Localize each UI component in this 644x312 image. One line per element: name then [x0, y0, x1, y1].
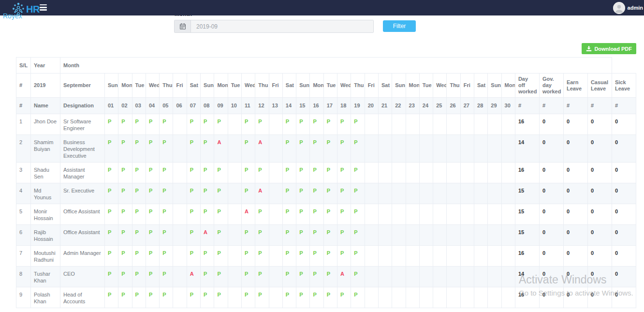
attendance-cell: [228, 287, 241, 308]
day-name-header: Wed: [146, 74, 159, 98]
day-name-header: Sat: [378, 74, 392, 98]
employee-row: 2Shamim BuiyanBusiness Development Execu…: [16, 135, 636, 163]
header-year: Year: [31, 58, 60, 74]
day-number-header: 15: [296, 98, 310, 114]
attendance-cell: [392, 287, 406, 308]
summary-value: 14: [515, 267, 539, 287]
attendance-cell: P: [255, 114, 269, 135]
attendance-cell: P: [351, 183, 365, 204]
attendance-cell: P: [323, 287, 337, 308]
attendance-cell: [474, 114, 488, 135]
attendance-cell: P: [310, 183, 323, 204]
day-name-header: Thu: [255, 74, 269, 98]
summary-value: 0: [539, 287, 563, 308]
attendance-cell: [433, 204, 447, 225]
day-name-header: Fri: [460, 74, 474, 98]
logo-text: HR: [26, 4, 40, 15]
attendance-cell: [460, 287, 474, 308]
summary-value: 0: [539, 135, 563, 163]
employee-name: Rajib Hossain: [31, 225, 60, 246]
summary-value: 0: [587, 163, 612, 183]
attendance-cell: [269, 183, 282, 204]
day-number-header: 23: [406, 98, 419, 114]
user-menu[interactable]: admin: [613, 1, 643, 14]
attendance-cell: P: [337, 204, 351, 225]
attendance-cell: P: [351, 225, 365, 246]
day-name-header: Thu: [351, 74, 365, 98]
attendance-cell: [433, 135, 447, 163]
summary-value: 16: [515, 163, 539, 183]
attendance-cell: [392, 114, 406, 135]
attendance-cell: [488, 135, 501, 163]
attendance-cell: [419, 246, 433, 267]
attendance-cell: P: [146, 204, 159, 225]
attendance-cell: P: [214, 204, 228, 225]
attendance-cell: P: [241, 246, 255, 267]
attendance-cell: P: [214, 246, 228, 267]
attendance-cell: P: [323, 246, 337, 267]
attendance-cell: P: [105, 204, 118, 225]
attendance-cell: [488, 287, 501, 308]
employee-designation: CEO: [60, 267, 105, 287]
summary-value: 14: [515, 135, 539, 163]
day-number-header: 14: [282, 98, 296, 114]
app-logo[interactable]: HR Royex: [8, 0, 51, 23]
attendance-cell: [447, 204, 460, 225]
attendance-cell: [269, 114, 282, 135]
attendance-cell: [419, 267, 433, 287]
attendance-cell: P: [310, 287, 323, 308]
day-name-header: Sun: [201, 74, 214, 98]
row-serial: 4: [16, 183, 31, 204]
attendance-cell: [447, 246, 460, 267]
summary-header: Day off worked: [515, 74, 539, 98]
attendance-cell: P: [337, 183, 351, 204]
day-name-header: Tue: [228, 74, 241, 98]
attendance-cell: P: [187, 163, 200, 183]
day-number-header: 11: [241, 98, 255, 114]
download-pdf-button[interactable]: Download PDF: [582, 43, 636, 54]
day-number-header: 17: [323, 98, 337, 114]
attendance-cell: P: [187, 204, 200, 225]
month-input[interactable]: [191, 20, 373, 32]
attendance-cell: A: [255, 135, 269, 163]
employee-row: 7Moutushi RadhuniAdmin ManagerPPPPPPPPPP…: [16, 246, 636, 267]
attendance-cell: [474, 246, 488, 267]
employee-designation: Office Assistant: [60, 204, 105, 225]
attendance-cell: [474, 204, 488, 225]
attendance-cell: [406, 183, 419, 204]
attendance-cell: [228, 246, 241, 267]
download-icon: [586, 46, 592, 51]
attendance-cell: [406, 135, 419, 163]
attendance-cell: [378, 183, 392, 204]
day-number-header: 05: [160, 98, 173, 114]
attendance-cell: [378, 225, 392, 246]
download-label: Download PDF: [594, 46, 632, 52]
employee-name: Monir Hossain: [31, 204, 60, 225]
attendance-cell: P: [296, 287, 310, 308]
summary-value: 0: [612, 287, 636, 308]
menu-toggle-icon[interactable]: [40, 4, 47, 11]
attendance-cell: P: [146, 267, 159, 287]
attendance-cell: [433, 267, 447, 287]
attendance-cell: [392, 204, 406, 225]
attendance-cell: [447, 163, 460, 183]
attendance-cell: P: [132, 246, 146, 267]
attendance-cell: [406, 246, 419, 267]
header-month-value: September: [60, 74, 105, 98]
row-serial: 2: [16, 135, 31, 163]
summary-value: 0: [563, 225, 587, 246]
attendance-cell: P: [201, 267, 214, 287]
summary-value: 0: [563, 114, 587, 135]
attendance-cell: P: [337, 287, 351, 308]
filter-button[interactable]: Filter: [383, 20, 416, 32]
day-number-header: 21: [378, 98, 392, 114]
attendance-cell: [228, 114, 241, 135]
attendance-cell: [269, 267, 282, 287]
attendance-cell: [365, 287, 378, 308]
attendance-cell: [173, 267, 187, 287]
attendance-cell: [419, 287, 433, 308]
attendance-cell: [378, 246, 392, 267]
attendance-cell: P: [187, 287, 200, 308]
attendance-cell: P: [241, 183, 255, 204]
avatar[interactable]: [613, 2, 625, 14]
